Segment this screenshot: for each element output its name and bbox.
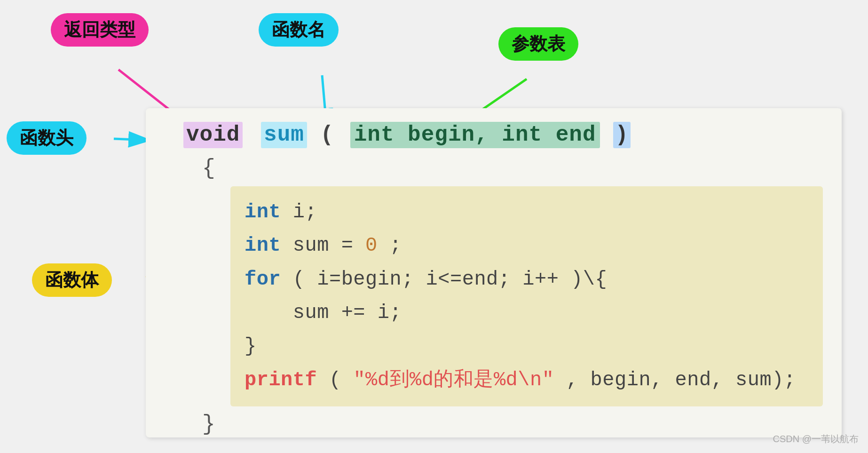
bubble-return-type: 返回类型 (51, 13, 149, 47)
code-line-1: int i; (245, 196, 809, 229)
printf-paren: ( (329, 369, 341, 391)
watermark: CSDN @一苇以航布 (773, 433, 859, 445)
code-line-4: sum += i; (245, 296, 809, 330)
closing-brace: } (146, 410, 842, 438)
bubble-func-head: 函数头 (7, 121, 87, 155)
kw-for: for (245, 268, 281, 291)
bubble-params: 参数表 (498, 27, 578, 61)
code-panel: void sum ( int begin, int end ) { int i;… (146, 108, 842, 437)
code-line-2: int sum = 0 ; (245, 229, 809, 262)
kw-int-1: int (245, 201, 281, 223)
for-close-brace: } (245, 335, 257, 358)
bubble-func-name: 函数名 (259, 13, 339, 47)
keyword-void: void (183, 122, 243, 148)
bubble-func-name-label: 函数名 (272, 18, 325, 42)
opening-brace: { (146, 154, 842, 183)
bubble-func-body: 函数体 (32, 263, 112, 297)
eq-sign: = (341, 234, 365, 257)
printf-str: "%d到%d的和是%d\n" (353, 369, 554, 391)
indent-sum: sum += i; (245, 302, 402, 324)
kw-int-2: int (245, 234, 281, 257)
var-i-decl: i; (293, 201, 317, 223)
bubble-func-head-label: 函数头 (20, 126, 73, 150)
func-body-block: int i; int sum = 0 ; for ( i=begin; i<=e… (230, 186, 823, 406)
for-content: ( i=begin; i<=end; i++ )\{ (293, 268, 607, 291)
code-line-6: printf ( "%d到%d的和是%d\n" , begin, end, su… (245, 364, 809, 397)
bubble-params-label: 参数表 (512, 32, 565, 56)
close-paren: ) (613, 122, 631, 148)
func-name-span: sum (261, 122, 307, 148)
params-span: int begin, int end (350, 122, 600, 148)
close-brace-char: } (202, 412, 215, 437)
printf-args: , begin, end, sum); (566, 369, 796, 391)
bubble-func-body-label: 函数体 (45, 268, 99, 292)
func-signature-line: void sum ( int begin, int end ) (146, 108, 842, 154)
code-line-3: for ( i=begin; i<=end; i++ )\{ (245, 263, 809, 296)
code-line-5: } (245, 330, 809, 363)
bubble-return-type-label: 返回类型 (64, 18, 135, 42)
kw-printf: printf (245, 369, 317, 391)
plain-sum: sum (293, 234, 341, 257)
open-brace-char: { (202, 156, 215, 181)
semi-1: ; (390, 234, 402, 257)
svg-line-1 (114, 139, 150, 140)
open-paren: ( (320, 123, 334, 147)
num-zero: 0 (365, 234, 378, 257)
